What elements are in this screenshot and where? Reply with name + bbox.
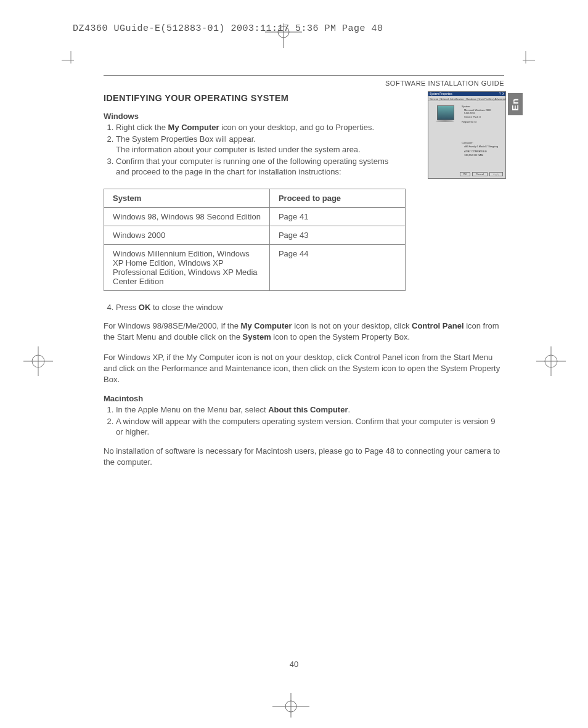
note-win98: For Windows 98/98SE/Me/2000, if the My C… xyxy=(104,321,504,343)
win-step-4: Press OK to close the window xyxy=(116,302,504,313)
page-number: 40 xyxy=(0,660,588,669)
windows-steps: Right click the My Computer icon on your… xyxy=(104,122,396,178)
table-row: Windows 98, Windows 98 Second Edition Pa… xyxy=(104,207,406,226)
win-step-3: Confirm that your computer is running on… xyxy=(116,156,396,178)
windows-steps-cont: Press OK to close the window xyxy=(104,302,504,313)
th-page: Proceed to page xyxy=(269,189,405,207)
registration-mark-top xyxy=(265,23,302,48)
shot-system-block: System: Microsoft Windows 2000 5.00.2195… xyxy=(462,105,503,124)
shot-titlebar: System Properties? X xyxy=(428,92,505,96)
shot-apply: Apply xyxy=(489,172,503,176)
shot-cancel: Cancel xyxy=(472,172,487,176)
note-mac: No installation of software is necessary… xyxy=(104,446,504,468)
cell-page: Page 44 xyxy=(269,244,405,290)
win-step-1: Right click the My Computer icon on your… xyxy=(116,122,396,133)
th-system: System xyxy=(104,189,270,207)
mac-step-1: In the Apple Menu on the Menu bar, selec… xyxy=(116,404,504,415)
registration-mark-left xyxy=(23,346,53,376)
section-label: SOFTWARE INSTALLATION GUIDE xyxy=(104,76,504,93)
registration-mark-bottom xyxy=(272,693,309,718)
mac-steps: In the Apple Menu on the Menu bar, selec… xyxy=(104,404,504,438)
trim-mark-tl xyxy=(62,51,80,70)
language-tab-en: En xyxy=(508,93,523,115)
shot-help-close: ? X xyxy=(499,92,504,96)
table-row: Windows 2000 Page 43 xyxy=(104,226,406,244)
cell-page: Page 41 xyxy=(269,207,405,226)
windows-subheading: Windows xyxy=(104,112,396,121)
win-step-2: The System Properties Box will appear.Th… xyxy=(116,134,396,155)
monitor-icon xyxy=(437,105,454,120)
mac-step-2: A window will appear with the computers … xyxy=(116,416,504,438)
os-table: System Proceed to page Windows 98, Windo… xyxy=(104,189,406,291)
table-header-row: System Proceed to page xyxy=(104,189,406,207)
shot-buttons: OK Cancel Apply xyxy=(459,172,504,176)
shot-tabs: General | Network Identification | Hardw… xyxy=(428,96,505,101)
print-header: DZ4360 UGuide-E(512883-01) 2003:11:17 5:… xyxy=(73,23,383,34)
mac-subheading: Macintosh xyxy=(104,394,504,403)
table-row: Windows Millennium Edition, Windows XP H… xyxy=(104,244,406,290)
shot-ok: OK xyxy=(460,172,471,176)
cell-page: Page 43 xyxy=(269,226,405,244)
note-winxp: For Windows XP, if the My Computer icon … xyxy=(104,352,504,386)
system-properties-screenshot: System Properties? X General | Network I… xyxy=(428,91,506,179)
shot-computer-block: Computer: x86 Family 6 Model 7 Stepping … xyxy=(462,141,503,157)
cell-system: Windows Millennium Edition, Windows XP H… xyxy=(104,244,270,290)
registration-mark-right xyxy=(536,346,566,376)
trim-mark-tr xyxy=(517,51,535,70)
cell-system: Windows 2000 xyxy=(104,226,270,244)
cell-system: Windows 98, Windows 98 Second Edition xyxy=(104,207,270,226)
